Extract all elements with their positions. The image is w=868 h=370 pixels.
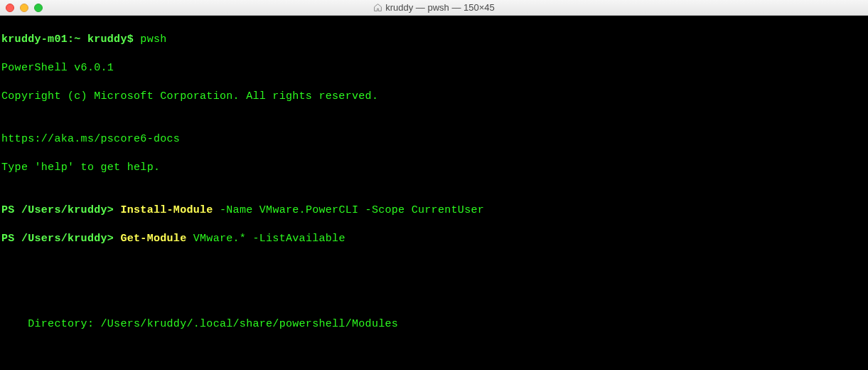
cmd-args: -Name VMware.PowerCLI -Scope CurrentUser	[213, 204, 484, 216]
ps-prompt: PS /Users/kruddy>	[1, 233, 120, 245]
blank-line	[1, 346, 867, 360]
cmdlet: Install-Module	[120, 204, 213, 216]
blank-line	[1, 289, 867, 303]
window-title: kruddy — pwsh — 150×45	[0, 2, 868, 13]
bash-prompt: kruddy-m01:~ kruddy$	[1, 33, 140, 46]
blank-line	[1, 260, 867, 275]
banner-line: Copyright (c) Microsoft Corporation. All…	[1, 90, 867, 104]
window-titlebar: kruddy — pwsh — 150×45	[0, 0, 868, 16]
terminal-content[interactable]: kruddy-m01:~ kruddy$ pwsh PowerShell v6.…	[0, 16, 868, 370]
bash-command: pwsh	[140, 33, 166, 46]
banner-link: https://aka.ms/pscore6-docs	[1, 132, 867, 147]
banner-line: Type 'help' to get help.	[1, 161, 867, 175]
directory-line: Directory: /Users/kruddy/.local/share/po…	[1, 317, 867, 332]
home-icon	[373, 3, 382, 12]
cmdlet: Get-Module	[120, 233, 186, 245]
ps-prompt: PS /Users/kruddy>	[1, 204, 120, 216]
banner-line: PowerShell v6.0.1	[1, 61, 867, 75]
window-title-text: kruddy — pwsh — 150×45	[385, 2, 495, 13]
cmd-args: VMware.* -ListAvailable	[186, 233, 345, 245]
